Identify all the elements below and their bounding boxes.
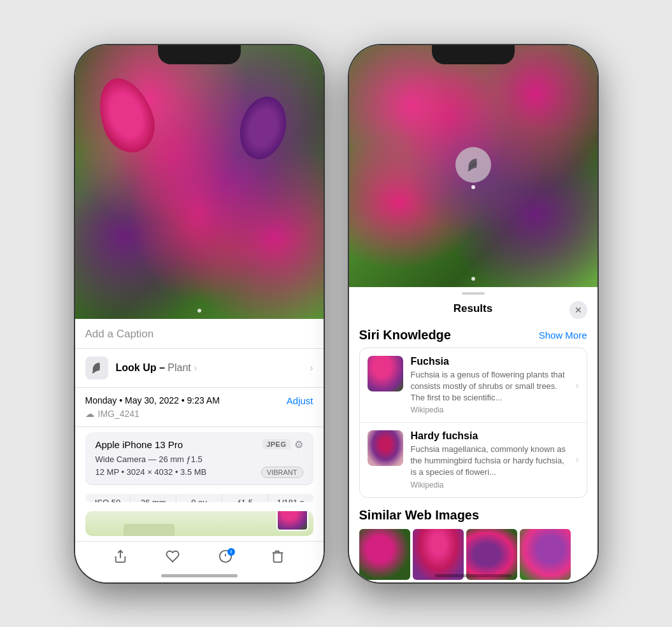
- map-preview[interactable]: [85, 511, 313, 536]
- like-button[interactable]: [166, 549, 180, 563]
- exif-shutter: 1/181 s: [268, 494, 313, 502]
- similar-image-4[interactable]: [520, 529, 571, 580]
- lookup-row[interactable]: Look Up – Plant › ›: [75, 349, 324, 388]
- home-indicator-r: [435, 574, 511, 577]
- exif-row: ISO 50 26 mm 0 ev ƒ1.5 1/181 s: [85, 494, 313, 502]
- siri-knowledge-header: Siri Knowledge Show More: [349, 323, 597, 348]
- show-more-button[interactable]: Show More: [539, 330, 587, 341]
- info-button[interactable]: i: [218, 549, 232, 563]
- vibrant-badge: VIBRANT: [261, 467, 303, 478]
- exif-iso: ISO 50: [85, 494, 131, 502]
- right-flower-photo: [349, 45, 597, 287]
- filename: IMG_4241: [98, 409, 139, 419]
- fuchsia-chevron-icon: ›: [576, 380, 579, 390]
- map-photo-thumb: [276, 511, 308, 531]
- knowledge-card: Fuchsia Fuchsia is a genus of flowering …: [359, 348, 587, 498]
- sheet-title: Results: [454, 302, 492, 315]
- similar-image-3[interactable]: [466, 529, 517, 580]
- knowledge-item-fuchsia[interactable]: Fuchsia Fuchsia is a genus of flowering …: [360, 348, 587, 423]
- delete-button[interactable]: [271, 549, 285, 563]
- hardy-chevron-icon: ›: [576, 454, 579, 465]
- sheet-header: Results ✕: [349, 302, 597, 323]
- date-text: Monday • May 30, 2022 • 9:23 AM: [85, 395, 220, 405]
- similar-images-title: Similar Web Images: [359, 508, 587, 523]
- right-dot-indicator: [471, 277, 475, 281]
- similar-images-section: Similar Web Images: [349, 500, 597, 582]
- photo-dot-indicator: [197, 309, 201, 313]
- hardy-name: Hardy fuchsia: [411, 430, 568, 442]
- lookup-label: Look Up – Plant ›: [116, 362, 197, 374]
- lookup-chevron-icon: ›: [310, 362, 313, 374]
- mp-info: 12 MP • 3024 × 4032 • 3.5 MB: [96, 467, 207, 477]
- exif-focal: 26 mm: [131, 494, 176, 502]
- notch: [158, 45, 241, 64]
- leaf-icon: [90, 361, 104, 375]
- flower-photo: [75, 45, 324, 319]
- visual-lookup-button[interactable]: [455, 147, 491, 183]
- lookup-icon-wrap: [85, 356, 108, 379]
- results-bottom-sheet: Results ✕ Siri Knowledge Show More: [349, 287, 597, 582]
- home-indicator: [161, 574, 238, 577]
- similar-images-grid: [359, 529, 587, 580]
- knowledge-item-hardy[interactable]: Hardy fuchsia Fuchsia magellanica, commo…: [360, 423, 587, 497]
- notch-r: [432, 45, 515, 64]
- fuchsia-source: Wikipedia: [411, 405, 568, 414]
- cloud-icon: ☁: [85, 409, 94, 419]
- share-button[interactable]: [113, 549, 127, 563]
- fuchsia-name: Fuchsia: [411, 356, 568, 367]
- hardy-content: Hardy fuchsia Fuchsia magellanica, commo…: [411, 430, 568, 490]
- similar-image-1[interactable]: [359, 529, 410, 580]
- left-screen: Add a Caption Look Up – Plant › › M: [75, 45, 324, 582]
- fuchsia-content: Fuchsia Fuchsia is a genus of flowering …: [411, 356, 568, 415]
- right-phone: Results ✕ Siri Knowledge Show More: [349, 45, 597, 582]
- hardy-desc: Fuchsia magellanica, commonly known as t…: [411, 444, 568, 479]
- exif-aperture: ƒ1.5: [222, 494, 268, 502]
- jpeg-badge: JPEG: [262, 439, 290, 449]
- caption-placeholder[interactable]: Add a Caption: [85, 328, 154, 340]
- sheet-handle: [462, 292, 485, 295]
- similar-image-2[interactable]: [413, 529, 464, 580]
- hardy-thumb: [368, 430, 403, 466]
- left-phone: Add a Caption Look Up – Plant › › M: [75, 45, 324, 582]
- device-name: Apple iPhone 13 Pro: [96, 439, 183, 450]
- device-section: Apple iPhone 13 Pro JPEG ⚙ Wide Camera —…: [85, 432, 313, 485]
- photo-info-section: Monday • May 30, 2022 • 9:23 AM Adjust ☁…: [75, 388, 324, 427]
- siri-knowledge-title: Siri Knowledge: [359, 328, 451, 342]
- hardy-source: Wikipedia: [411, 481, 568, 490]
- camera-specs: Wide Camera — 26 mm ƒ1.5: [96, 454, 303, 464]
- device-badges: JPEG ⚙: [262, 439, 303, 451]
- caption-area[interactable]: Add a Caption: [75, 319, 324, 349]
- info-badge: i: [227, 548, 235, 556]
- close-button[interactable]: ✕: [569, 301, 587, 319]
- exif-ev: 0 ev: [176, 494, 222, 502]
- vlu-dot: [471, 185, 475, 189]
- right-screen: Results ✕ Siri Knowledge Show More: [349, 45, 597, 582]
- adjust-button[interactable]: Adjust: [287, 395, 313, 406]
- fuchsia-thumb: [368, 356, 403, 391]
- settings-icon[interactable]: ⚙: [294, 439, 303, 451]
- fuchsia-desc: Fuchsia is a genus of flowering plants t…: [411, 369, 568, 404]
